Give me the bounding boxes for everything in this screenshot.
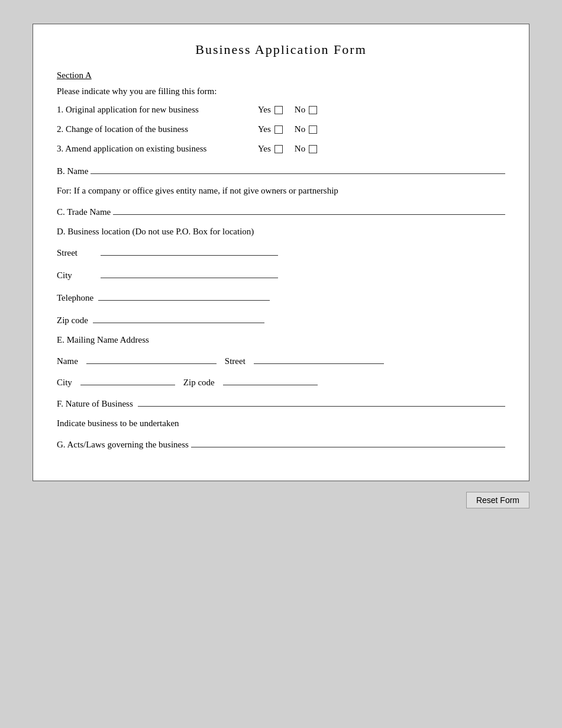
mailing-street-label: Street [225, 356, 246, 366]
mailing-zip-line [223, 375, 318, 385]
yes-no-group-2: Yes No [258, 124, 317, 134]
c-trade-line [113, 204, 505, 215]
no-checkbox-2[interactable] [309, 125, 317, 134]
mailing-name-label: Name [57, 356, 78, 366]
section-a-label: Section A [57, 70, 505, 80]
city-label: City [57, 270, 98, 281]
b-name-label: B. Name [57, 166, 88, 176]
street-label: Street [57, 248, 98, 258]
no-label-3: No [295, 144, 305, 154]
g-acts-label: G. Acts/Laws governing the business [57, 440, 189, 450]
mailing-name-line [86, 353, 217, 364]
e-mailing-label: E. Mailing Name Address [57, 335, 505, 345]
no-checkbox-3[interactable] [309, 145, 317, 153]
question-row-3: 3. Amend application on existing busines… [57, 144, 505, 154]
c-trade-label: C. Trade Name [57, 207, 111, 217]
street-row: Street [57, 245, 505, 258]
b-name-row: B. Name [57, 163, 505, 176]
yes-checkbox-1[interactable] [274, 106, 283, 114]
no-item-1: No [295, 105, 317, 115]
question-1-text: 1. Original application for new business [57, 105, 258, 115]
no-checkbox-1[interactable] [309, 106, 317, 114]
zip-label: Zip code [57, 315, 88, 326]
yes-label-2: Yes [258, 124, 271, 134]
street-line [101, 245, 278, 256]
mailing-zip-field: Zip code [183, 375, 318, 388]
no-item-3: No [295, 144, 317, 154]
city-line [101, 268, 278, 278]
b-name-note: For: If a company or office gives entity… [57, 186, 505, 196]
f-nature-line [138, 396, 505, 407]
indicate-business-text: Indicate business to be undertaken [57, 418, 505, 429]
g-acts-row: G. Acts/Laws governing the business [57, 437, 505, 450]
please-indicate-text: Please indicate why you are filling this… [57, 86, 505, 96]
mailing-street-line [254, 353, 384, 364]
telephone-line [98, 290, 270, 301]
reset-button[interactable]: Reset Form [466, 492, 529, 508]
yes-no-group-1: Yes No [258, 105, 317, 115]
yes-item-2: Yes [258, 124, 283, 134]
mailing-city-label: City [57, 378, 72, 388]
form-container: Business Application Form Section A Plea… [33, 24, 529, 481]
f-nature-label: F. Nature of Business [57, 399, 133, 409]
yes-no-group-3: Yes No [258, 144, 317, 154]
form-title: Business Application Form [57, 42, 505, 57]
mailing-name-field: Name [57, 353, 217, 366]
b-name-line [91, 163, 505, 174]
no-label-1: No [295, 105, 305, 115]
question-3-text: 3. Amend application on existing busines… [57, 144, 258, 154]
yes-label-1: Yes [258, 105, 271, 115]
no-label-2: No [295, 124, 305, 134]
mailing-street-field: Street [225, 353, 384, 366]
g-acts-line [191, 437, 505, 447]
c-trade-row: C. Trade Name [57, 204, 505, 217]
question-row-1: 1. Original application for new business… [57, 105, 505, 115]
zip-line [93, 313, 264, 323]
mailing-city-line [80, 375, 175, 385]
yes-label-3: Yes [258, 144, 271, 154]
question-2-text: 2. Change of location of the business [57, 124, 258, 134]
yes-item-3: Yes [258, 144, 283, 154]
mailing-city-field: City [57, 375, 175, 388]
mailing-name-street-row: Name Street [57, 353, 505, 366]
yes-checkbox-3[interactable] [274, 145, 283, 153]
yes-checkbox-2[interactable] [274, 125, 283, 134]
question-row-2: 2. Change of location of the business Ye… [57, 124, 505, 134]
city-row: City [57, 268, 505, 281]
telephone-row: Telephone [57, 290, 505, 303]
f-nature-row: F. Nature of Business [57, 396, 505, 409]
zip-row: Zip code [57, 313, 505, 326]
telephone-label: Telephone [57, 293, 93, 303]
d-location-label: D. Business location (Do not use P.O. Bo… [57, 227, 505, 237]
bottom-buttons-area: Reset Form [33, 492, 529, 508]
yes-item-1: Yes [258, 105, 283, 115]
no-item-2: No [295, 124, 317, 134]
mailing-city-zip-row: City Zip code [57, 375, 505, 388]
mailing-zip-label: Zip code [183, 378, 215, 388]
